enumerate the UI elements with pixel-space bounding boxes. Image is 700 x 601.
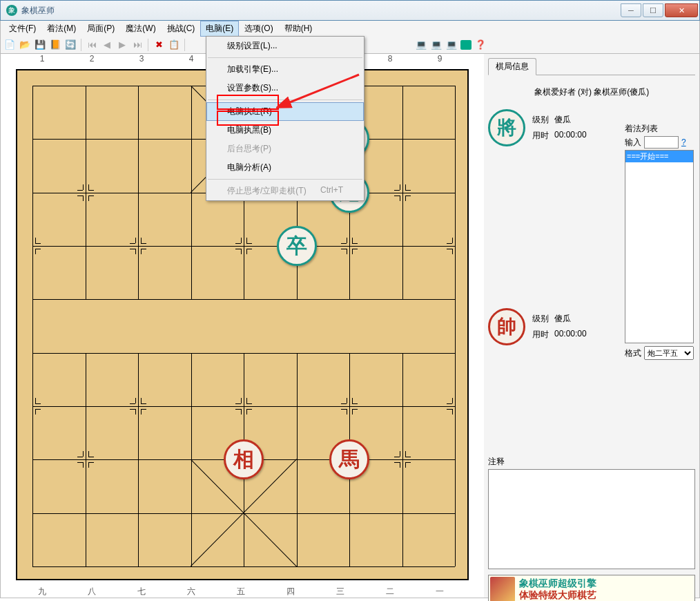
menu-1[interactable]: 着法(M) xyxy=(41,21,81,37)
format-label: 格式 xyxy=(625,347,641,359)
red-arrow xyxy=(276,69,366,117)
piece-馬[interactable]: 馬 xyxy=(329,439,369,479)
notes-area: 注释 xyxy=(488,456,695,569)
menu-0[interactable]: 文件(F) xyxy=(3,21,41,37)
level-label: 级别 xyxy=(532,114,549,126)
input-label: 输入 xyxy=(625,137,641,149)
menu-bar: 文件(F)着法(M)局面(P)魔法(W)挑战(C)电脑(E)选项(O)帮助(H) xyxy=(0,21,700,36)
format-select[interactable]: 炮二平五 xyxy=(644,346,694,360)
window-buttons: ─ ☐ ✕ xyxy=(621,3,699,17)
title-bar: 象 象棋巫师 ─ ☐ ✕ xyxy=(0,0,700,21)
moves-box: 着法列表 输入 ? ===开始=== 格式 炮二平五 xyxy=(625,123,694,360)
piece-卒[interactable]: 卒 xyxy=(277,226,317,266)
tab-gameinfo[interactable]: 棋局信息 xyxy=(488,58,536,75)
app-title: 象棋巫师 xyxy=(21,5,55,17)
next-icon[interactable]: ▶ xyxy=(116,39,128,51)
time-value: 00:00:00 xyxy=(554,329,587,341)
separator xyxy=(184,39,185,51)
menu-7[interactable]: 帮助(H) xyxy=(279,21,318,37)
menu-4[interactable]: 挑战(C) xyxy=(162,21,201,37)
side-panel: 棋局信息 象棋爱好者 (对) 象棋巫师(傻瓜) 將 级别傻瓜 用时00:00:0… xyxy=(484,54,699,598)
book-icon[interactable]: 📙 xyxy=(49,39,61,51)
device2-icon[interactable]: 💻 xyxy=(430,39,443,51)
separator xyxy=(148,39,148,51)
prev-icon[interactable]: ◀ xyxy=(101,39,113,51)
moves-label: 着法列表 xyxy=(625,123,694,135)
open-icon[interactable]: 📂 xyxy=(19,39,31,51)
level-value: 傻瓜 xyxy=(554,114,571,126)
svg-line-0 xyxy=(286,75,359,104)
dropdown-item-7: 停止思考/立即走棋(T)Ctrl+T xyxy=(206,182,364,200)
minimize-button[interactable]: ─ xyxy=(621,3,641,17)
menu-2[interactable]: 局面(P) xyxy=(81,21,120,37)
ad-line2: 体验特级大师棋艺 xyxy=(519,589,596,601)
help-link[interactable]: ? xyxy=(681,137,686,147)
red-king-icon: 帥 xyxy=(488,308,525,345)
save-icon[interactable]: 💾 xyxy=(34,39,46,51)
time-label: 用时 xyxy=(532,130,549,142)
refresh-icon[interactable]: 🔄 xyxy=(64,39,77,51)
menu-3[interactable]: 魔法(W) xyxy=(120,21,161,37)
time-label: 用时 xyxy=(532,329,549,341)
dropdown-item-5: 后台思考(P) xyxy=(206,140,364,158)
piece-相[interactable]: 相 xyxy=(224,439,264,479)
ad-image xyxy=(490,577,515,601)
notes-textarea[interactable] xyxy=(488,469,695,569)
help-icon[interactable]: ❓ xyxy=(474,39,487,51)
separator xyxy=(81,39,81,51)
device3-icon[interactable]: 💻 xyxy=(445,39,458,51)
move-input[interactable] xyxy=(644,136,679,149)
moves-list[interactable]: ===开始=== xyxy=(625,150,694,343)
match-info: 象棋爱好者 (对) 象棋巫师(傻瓜) xyxy=(488,86,695,98)
menu-5[interactable]: 电脑(E) xyxy=(200,21,239,37)
coords-bottom: 九八七六五四三二一 xyxy=(1,586,465,598)
new-icon[interactable]: 📄 xyxy=(3,39,16,51)
app-icon: 象 xyxy=(6,5,17,16)
ad-banner[interactable]: 象棋巫师超级引擎 体验特级大师棋艺 xyxy=(488,575,695,601)
moves-start[interactable]: ===开始=== xyxy=(625,151,693,162)
level-value: 傻瓜 xyxy=(554,313,571,325)
level-label: 级别 xyxy=(532,313,549,325)
dropdown-item-6[interactable]: 电脑分析(A) xyxy=(206,158,364,177)
black-king-icon: 將 xyxy=(488,109,525,146)
red-highlight-1 xyxy=(217,95,279,110)
paste-icon[interactable]: 📋 xyxy=(168,39,180,51)
first-icon[interactable]: ⏮ xyxy=(86,39,98,51)
dropdown-item-0[interactable]: 级别设置(L)... xyxy=(206,37,364,55)
close-button[interactable]: ✕ xyxy=(665,3,698,17)
time-value: 00:00:00 xyxy=(554,130,587,142)
menu-6[interactable]: 选项(O) xyxy=(239,21,278,37)
notes-label: 注释 xyxy=(488,456,695,468)
cancel-icon[interactable]: ✖ xyxy=(153,39,165,51)
maximize-button[interactable]: ☐ xyxy=(643,3,663,17)
last-icon[interactable]: ⏭ xyxy=(131,39,144,51)
red-highlight-2 xyxy=(217,111,279,126)
monitor-icon[interactable] xyxy=(460,40,471,50)
ad-line1: 象棋巫师超级引擎 xyxy=(519,578,596,589)
device-icon[interactable]: 💻 xyxy=(415,39,427,51)
